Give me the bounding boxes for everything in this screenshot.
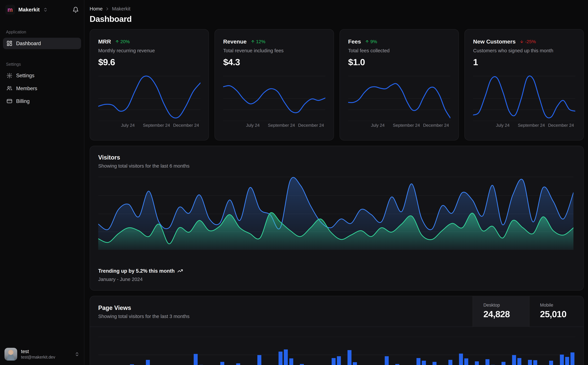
brand-logo-letter: m xyxy=(7,7,13,13)
sidebar-section-settings: Settings xyxy=(0,62,84,67)
chevrons-up-down-icon xyxy=(75,352,79,357)
bar xyxy=(284,350,288,365)
page-title: Dashboard xyxy=(90,14,584,24)
fees-sparkline-chart xyxy=(348,72,450,121)
stat-change-badge: 9% xyxy=(365,39,377,44)
visitors-date-range: January - June 2024 xyxy=(98,276,183,282)
stat-change-badge: 12% xyxy=(251,39,265,44)
visitors-footer: Trending up by 5.2% this month January -… xyxy=(98,268,183,282)
page-views-header: Page Views Showing total visitors for th… xyxy=(90,296,583,327)
x-tick: September 24 xyxy=(143,123,170,128)
breadcrumb-current[interactable]: Makerkit xyxy=(112,6,130,12)
bar xyxy=(549,361,553,365)
x-tick: December 24 xyxy=(423,123,449,128)
stat-title: Revenue xyxy=(223,38,247,45)
users-icon xyxy=(7,85,12,91)
bar xyxy=(353,362,357,365)
visitors-trend-text: Trending up by 5.2% this month xyxy=(98,268,175,274)
bar xyxy=(220,362,224,365)
workspace-name: Makerkit xyxy=(18,7,40,13)
sparkline-x-axis: July 24 September 24 December 24 xyxy=(223,123,325,129)
visitors-subtitle: Showing total visitors for the last 6 mo… xyxy=(98,163,575,169)
sparkline-x-axis: July 24 September 24 December 24 xyxy=(473,123,575,129)
layout-dashboard-icon xyxy=(7,40,12,46)
stat-change-value: 9% xyxy=(370,39,377,44)
bar xyxy=(385,356,389,365)
page-views-title: Page Views xyxy=(98,304,190,311)
bar xyxy=(560,355,564,365)
bar xyxy=(528,360,532,365)
bar xyxy=(236,363,240,365)
bar xyxy=(464,358,468,365)
sidebar: m Makerkit Application Dashboard Setting… xyxy=(0,0,84,365)
bell-icon[interactable] xyxy=(72,7,79,13)
bar xyxy=(146,360,150,365)
sidebar-item-members[interactable]: Members xyxy=(3,83,81,94)
bar xyxy=(337,356,341,365)
bar xyxy=(485,359,489,365)
stat-change-badge: 20% xyxy=(115,39,130,44)
stat-change-badge: -25% xyxy=(520,39,536,44)
toggle-desktop[interactable]: Desktop 24,828 xyxy=(473,296,529,327)
bar xyxy=(257,355,261,365)
toggle-mobile[interactable]: Mobile 25,010 xyxy=(529,296,583,327)
gear-icon xyxy=(7,73,12,79)
stat-card-fees: Fees 9% Total fees collected $1.0 July 2… xyxy=(339,29,459,140)
stat-card-new-customers: New Customers -25% Customers who signed … xyxy=(464,29,584,140)
main-content: Home Makerkit Dashboard MRR 20% Monthly … xyxy=(85,0,588,365)
bar xyxy=(347,350,352,365)
stat-card-revenue: Revenue 12% Total revenue including fees… xyxy=(214,29,334,140)
visitors-title: Visitors xyxy=(98,154,575,161)
mrr-sparkline-chart xyxy=(98,72,201,121)
x-tick: July 24 xyxy=(121,123,135,128)
revenue-sparkline-chart xyxy=(223,72,325,121)
bar xyxy=(459,354,463,365)
toggle-desktop-label: Desktop xyxy=(483,302,529,308)
breadcrumb: Home Makerkit xyxy=(90,6,584,12)
bar xyxy=(433,362,436,365)
bar xyxy=(289,358,293,365)
toggle-mobile-label: Mobile xyxy=(540,302,583,308)
avatar xyxy=(5,348,17,360)
stat-change-value: -25% xyxy=(525,39,536,44)
sidebar-item-billing[interactable]: Billing xyxy=(3,95,81,107)
bar xyxy=(194,354,198,365)
stat-value: $9.6 xyxy=(98,57,201,67)
bar xyxy=(512,355,516,365)
trending-up-icon xyxy=(177,268,183,274)
user-email: test@makerkit.dev xyxy=(21,355,71,359)
page-views-card: Page Views Showing total visitors for th… xyxy=(90,296,584,365)
bar xyxy=(533,360,537,365)
bar xyxy=(565,357,569,365)
arrow-up-icon xyxy=(365,40,369,44)
chevron-right-icon xyxy=(105,7,110,11)
sparkline-x-axis: July 24 September 24 December 24 xyxy=(348,123,450,129)
stat-description: Customers who signed up this month xyxy=(473,48,575,53)
stat-description: Total revenue including fees xyxy=(223,48,325,53)
bar xyxy=(517,358,521,365)
sidebar-item-settings[interactable]: Settings xyxy=(3,70,81,81)
stat-card-mrr: MRR 20% Monthly recurring revenue $9.6 J… xyxy=(90,29,209,140)
sidebar-item-dashboard[interactable]: Dashboard xyxy=(3,38,81,49)
breadcrumb-home-link[interactable]: Home xyxy=(90,6,103,12)
arrow-up-icon xyxy=(251,40,255,44)
stat-description: Monthly recurring revenue xyxy=(98,48,201,53)
x-tick: December 24 xyxy=(298,123,324,128)
sidebar-section-application: Application xyxy=(0,30,84,35)
bar xyxy=(416,358,421,365)
new-customers-sparkline-chart xyxy=(473,72,575,121)
credit-card-icon xyxy=(7,98,12,104)
bar xyxy=(130,364,134,365)
stat-change-value: 12% xyxy=(256,39,265,44)
user-menu[interactable]: test test@makerkit.dev xyxy=(0,344,84,365)
stat-title: Fees xyxy=(348,38,361,45)
x-tick: July 24 xyxy=(246,123,260,128)
toggle-desktop-value: 24,828 xyxy=(483,309,529,319)
x-tick: July 24 xyxy=(371,123,385,128)
sidebar-item-label: Members xyxy=(16,85,37,91)
bar xyxy=(300,364,304,365)
workspace-selector[interactable]: m Makerkit xyxy=(0,0,84,20)
toggle-mobile-value: 25,010 xyxy=(540,309,583,319)
sidebar-item-label: Billing xyxy=(16,98,30,104)
x-tick: September 24 xyxy=(393,123,420,128)
